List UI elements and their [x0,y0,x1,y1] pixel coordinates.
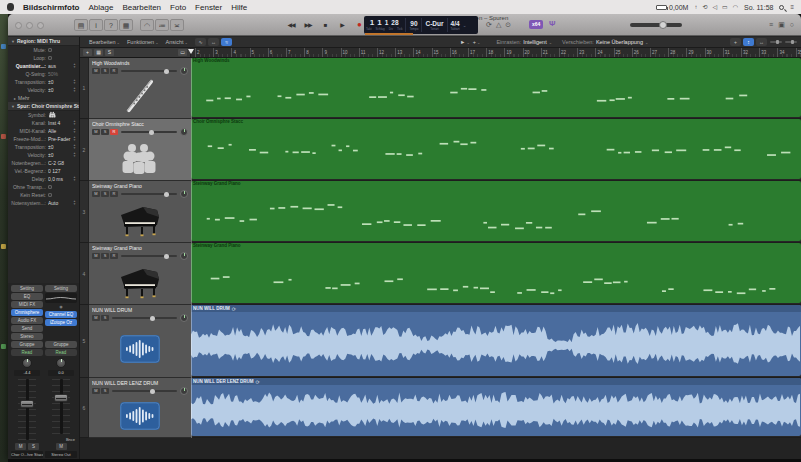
control-center-icon[interactable]: ≡ [790,3,794,11]
vertical-auto-zoom-button[interactable]: ↕ [743,38,754,46]
menu-foto[interactable]: Foto [170,3,186,12]
inspector-row[interactable]: Freeze-Mod...:Pre-Fader▲▼ [8,135,79,143]
volume-knob[interactable] [164,192,169,197]
parameter-value[interactable]: aus [48,63,72,69]
inspector-row[interactable]: Symbol: [8,111,79,119]
forward-button[interactable]: ▶▶ [301,19,315,31]
group-slot[interactable]: Gruppe [11,341,43,348]
volume-slider[interactable] [121,193,177,195]
battery-indicator[interactable]: 0,00M [656,4,688,11]
zoom-button[interactable] [37,22,44,29]
catch-playhead-button[interactable]: ↔ [208,38,219,46]
horizontal-zoom-slider[interactable] [785,41,797,43]
pan-knob[interactable] [180,252,188,260]
inspector-row[interactable]: Delay:0,0 ms▲▼ [8,175,79,183]
region-midi[interactable]: Steinway Grand Piano [191,243,801,303]
inspector-row[interactable]: Quantisier...:aus▲▼ [8,62,79,70]
parameter-value[interactable]: 0 127 [48,168,77,174]
siri-icon[interactable]: ◠ [733,3,738,11]
inspector-row[interactable]: Velocity:±0▲▼ [8,151,79,159]
region-midi[interactable]: Choir Omnisphre Stacc [191,119,801,179]
inspector-row[interactable]: Vel.-Begrenz.:0 127 [8,167,79,175]
metronome-button[interactable]: △ [496,20,501,30]
record-enable-button[interactable]: R [110,68,118,74]
rewind-button[interactable]: ◀◀ [284,19,298,31]
mute-button[interactable]: M [56,443,67,450]
parameter-value[interactable]: ±0 [48,79,72,85]
group-slot[interactable]: Gruppe [45,341,77,348]
track-header-4[interactable]: Steinway Grand PianoMSR [89,243,191,305]
automation-button[interactable]: ∿ [195,38,206,46]
plugin-slot-eq[interactable]: EQ [11,293,43,300]
inspector-row[interactable]: Velocity:±0▲▼ [8,86,79,94]
master-volume-slider[interactable] [630,23,682,27]
solo-button[interactable]: S [101,315,109,321]
lcd-caret-icon[interactable]: ⌄ [462,22,468,28]
loop-browser-button[interactable]: ○ [790,20,794,30]
plugin-slot-audio-fx[interactable]: Audio FX [11,317,43,324]
time-machine-icon[interactable]: ⟲ [702,3,707,11]
play-button[interactable]: ▶ [335,19,349,31]
region-audio[interactable]: NUN WILL DRUM⟳ [191,305,801,376]
add-track-button[interactable]: + [83,49,92,56]
menu-ablage[interactable]: Ablage [88,3,113,12]
parameter-value[interactable]: Inst 4 [48,120,72,126]
mixer-button[interactable]: ≔ [155,19,169,31]
region-midi[interactable]: High Woodwinds [191,58,801,117]
pan-knob[interactable] [180,314,188,322]
more-row[interactable]: ▸ Mehr [8,94,79,102]
close-button[interactable] [15,22,22,29]
automation-mode-button[interactable]: Read [11,349,43,356]
volume-slider[interactable] [121,131,177,133]
volume-slider[interactable] [112,390,177,392]
zoom-tool-icon[interactable]: + [730,38,741,46]
stepper-icon[interactable]: ▲▼ [72,176,77,181]
volume-knob[interactable] [164,254,169,259]
volume-slider[interactable] [121,70,177,72]
desktop-icon[interactable] [1,244,6,249]
mute-button[interactable]: M [15,443,26,450]
region-lane[interactable]: NUN WILL DRUM⟳ [191,305,801,378]
volume-slider[interactable] [121,255,177,257]
setting-button[interactable]: Setting [11,285,43,292]
snap-menu[interactable]: Einrasten: Intelligent ⌄ [496,39,552,45]
volume-knob[interactable] [150,316,155,321]
volume-knob[interactable] [149,130,154,135]
region-midi[interactable]: Steinway Grand Piano [191,181,801,241]
mute-button[interactable]: M [92,388,100,394]
eq-thumbnail[interactable] [45,293,77,303]
output-slot[interactable]: Stereo [11,333,43,340]
automation-mode-button[interactable]: Read [45,349,77,356]
region-lane[interactable]: High Woodwinds [191,58,801,119]
desktop-icon[interactable] [1,344,6,349]
parameter-checkbox[interactable] [48,193,52,197]
inspector-row[interactable]: Loop: [8,54,79,62]
toolbar-button[interactable]: ▦ [119,19,133,31]
list-editors-button[interactable]: ≡ [769,20,773,30]
parameter-value[interactable]: Pre-Fader [48,136,72,142]
master-volume-knob[interactable] [659,21,667,29]
volume-knob[interactable] [150,389,155,394]
volume-value[interactable]: -4.4 [14,370,40,376]
count-in-button[interactable]: ⊙ [505,20,511,30]
stepper-icon[interactable]: ▲▼ [72,144,77,149]
volume-value[interactable]: 0.0 [48,370,74,376]
stepper-icon[interactable]: ▲▼ [72,200,77,205]
desktop-icon[interactable] [1,134,6,139]
parameter-value[interactable]: 0,0 ms [48,176,72,182]
stepper-icon[interactable]: ▲▼ [72,120,77,125]
parameter-value[interactable]: Auto [48,200,72,206]
duplicate-track-button[interactable]: ▦ [94,49,103,56]
inspector-row[interactable]: Transposition:±0▲▼ [8,143,79,151]
command-click-tool-menu[interactable]: +⌄ [473,39,481,45]
eye-icon[interactable]: ◉ [45,304,77,310]
desktop-icon[interactable] [1,44,6,49]
volume-knob[interactable] [164,69,169,74]
pan-knob[interactable] [180,190,188,198]
stop-button[interactable]: ■ [318,19,332,31]
record-enable-button[interactable]: R [110,129,118,135]
functions-menu[interactable]: Funktionen⌄ [127,39,159,45]
inspector-row[interactable]: Kein Reset: [8,191,79,199]
quick-help-button[interactable]: ? [104,19,118,31]
mute-button[interactable]: M [92,315,100,321]
